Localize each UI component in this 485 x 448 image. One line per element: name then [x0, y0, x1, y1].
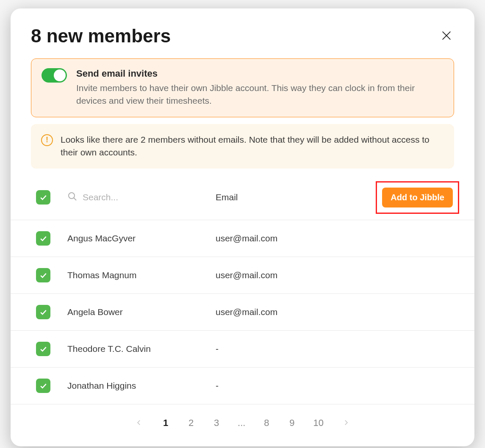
table-row: Jonathan Higgins- — [11, 368, 474, 404]
warning-text: Looks like there are 2 members without e… — [61, 133, 444, 159]
member-name: Jonathan Higgins — [67, 381, 216, 391]
member-email: - — [216, 381, 454, 391]
table-row: Theodore T.C. Calvin- — [11, 331, 474, 368]
table-row: Thomas Magnumuser@mail.com — [11, 257, 474, 294]
table-header: Email Add to Jibble — [11, 175, 474, 220]
toggle-knob — [54, 69, 66, 81]
close-button[interactable] — [439, 28, 454, 44]
invite-title: Send email invites — [76, 68, 443, 79]
member-name: Angela Bower — [67, 307, 216, 317]
table-row: Angus MacGyveruser@mail.com — [11, 220, 474, 257]
row-checkbox[interactable] — [36, 305, 50, 319]
page-number[interactable]: 9 — [288, 418, 296, 429]
member-email: user@mail.com — [216, 270, 454, 280]
member-name: Angus MacGyver — [67, 233, 216, 243]
add-to-jibble-button[interactable]: Add to Jibble — [382, 188, 453, 207]
page-number[interactable]: 2 — [187, 418, 195, 429]
row-checkbox[interactable] — [36, 268, 50, 282]
search-icon — [67, 191, 78, 203]
chevron-right-icon — [342, 421, 350, 428]
chevron-left-icon — [135, 421, 143, 428]
page-number[interactable]: 3 — [212, 418, 221, 429]
page-ellipsis: ... — [238, 418, 245, 429]
select-all-checkbox[interactable] — [36, 190, 50, 205]
new-members-modal: 8 new members Send email invites Invite … — [11, 8, 474, 446]
add-button-highlight: Add to Jibble — [376, 181, 459, 214]
page-number[interactable]: 10 — [313, 418, 323, 429]
warning-icon: ! — [41, 134, 53, 146]
row-checkbox[interactable] — [36, 379, 50, 393]
modal-header: 8 new members — [11, 25, 474, 58]
prev-page-button[interactable] — [133, 417, 144, 429]
member-name: Theodore T.C. Calvin — [67, 344, 216, 354]
modal-title: 8 new members — [31, 25, 171, 47]
next-page-button[interactable] — [341, 417, 352, 429]
table-row: Angela Boweruser@mail.com — [11, 294, 474, 331]
email-column-header: Email — [216, 192, 376, 202]
invite-text: Send email invites Invite members to hav… — [76, 68, 443, 108]
page-number[interactable]: 8 — [262, 418, 271, 429]
close-icon — [441, 36, 452, 43]
email-invite-callout: Send email invites Invite members to hav… — [31, 58, 454, 117]
row-checkbox[interactable] — [36, 342, 50, 356]
svg-point-2 — [69, 193, 75, 199]
missing-emails-warning: ! Looks like there are 2 members without… — [31, 124, 454, 169]
pagination: 123...8910 — [11, 404, 474, 434]
row-checkbox[interactable] — [36, 231, 50, 246]
member-rows: Angus MacGyveruser@mail.comThomas Magnum… — [11, 220, 474, 404]
member-email: - — [216, 344, 454, 354]
send-email-invites-toggle[interactable] — [42, 68, 67, 83]
page-number[interactable]: 1 — [161, 418, 170, 429]
member-email: user@mail.com — [216, 307, 454, 317]
member-email: user@mail.com — [216, 233, 454, 243]
search-wrap — [67, 191, 216, 203]
svg-line-3 — [74, 198, 76, 200]
invite-description: Invite members to have their own Jibble … — [76, 82, 443, 108]
member-name: Thomas Magnum — [67, 270, 216, 280]
search-input[interactable] — [83, 192, 188, 202]
